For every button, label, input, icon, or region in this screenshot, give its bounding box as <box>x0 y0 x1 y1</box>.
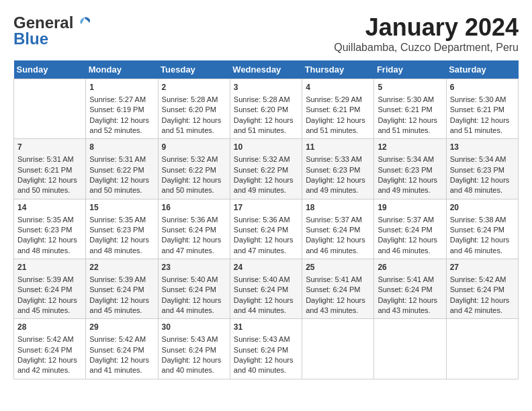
day-info: Sunrise: 5:43 AM <box>234 334 298 345</box>
table-row: 5Sunrise: 5:30 AMSunset: 6:21 PMDaylight… <box>374 79 446 139</box>
day-number: 12 <box>378 142 442 153</box>
day-info: Sunrise: 5:31 AM <box>89 154 154 165</box>
day-info: Daylight: 12 hours <box>17 235 82 245</box>
day-info: Sunrise: 5:37 AM <box>306 215 370 225</box>
day-info: Sunrise: 5:40 AM <box>162 275 226 285</box>
day-info: Sunset: 6:24 PM <box>234 345 298 355</box>
day-info: Daylight: 12 hours <box>450 235 515 245</box>
day-info: Sunset: 6:23 PM <box>17 225 82 235</box>
calendar-body: 1Sunrise: 5:27 AMSunset: 6:19 PMDaylight… <box>14 79 519 379</box>
day-info: Sunset: 6:22 PM <box>89 165 154 175</box>
day-info: Daylight: 12 hours <box>162 295 226 306</box>
day-info: Daylight: 12 hours <box>450 295 515 306</box>
table-row: 20Sunrise: 5:38 AMSunset: 6:24 PMDayligh… <box>446 199 518 259</box>
day-info: Sunrise: 5:42 AM <box>89 334 154 345</box>
day-number: 21 <box>17 262 82 273</box>
header-tuesday: Tuesday <box>158 60 230 79</box>
day-info: Daylight: 12 hours <box>162 235 226 245</box>
table-row: 13Sunrise: 5:34 AMSunset: 6:23 PMDayligh… <box>446 139 518 199</box>
day-info: Daylight: 12 hours <box>234 116 298 126</box>
table-row: 21Sunrise: 5:39 AMSunset: 6:24 PMDayligh… <box>14 259 86 319</box>
day-info: Sunset: 6:24 PM <box>89 285 154 295</box>
day-info: Sunrise: 5:33 AM <box>306 154 370 165</box>
day-info: Sunset: 6:23 PM <box>306 165 370 175</box>
day-info: and 44 minutes. <box>234 306 298 316</box>
header-monday: Monday <box>86 60 158 79</box>
day-info: Sunset: 6:20 PM <box>234 105 298 115</box>
day-info: Sunset: 6:24 PM <box>450 225 515 235</box>
day-number: 22 <box>89 262 154 273</box>
day-number: 7 <box>17 142 82 153</box>
day-info: Sunrise: 5:27 AM <box>89 95 154 105</box>
day-info: Sunset: 6:24 PM <box>234 225 298 235</box>
day-info: Sunrise: 5:35 AM <box>17 215 82 225</box>
day-info: Sunrise: 5:28 AM <box>162 95 226 105</box>
day-info: Sunrise: 5:36 AM <box>234 215 298 225</box>
day-info: Sunset: 6:24 PM <box>306 225 370 235</box>
day-info: Daylight: 12 hours <box>234 355 298 365</box>
table-row: 15Sunrise: 5:35 AMSunset: 6:23 PMDayligh… <box>86 199 158 259</box>
day-info: and 51 minutes. <box>306 126 370 136</box>
header-friday: Friday <box>374 60 446 79</box>
day-info: Sunset: 6:22 PM <box>162 165 226 175</box>
day-info: Daylight: 12 hours <box>162 355 226 365</box>
day-number: 9 <box>162 142 226 153</box>
day-info: and 49 minutes. <box>234 185 298 195</box>
table-row <box>374 319 446 379</box>
day-info: Sunset: 6:23 PM <box>378 165 442 175</box>
day-number: 23 <box>162 262 226 273</box>
day-info: Sunrise: 5:32 AM <box>162 154 226 165</box>
day-number: 17 <box>234 202 298 214</box>
day-number: 30 <box>162 322 226 333</box>
day-info: Sunrise: 5:34 AM <box>450 154 515 165</box>
table-row <box>446 319 518 379</box>
day-info: Sunrise: 5:32 AM <box>234 154 298 165</box>
day-info: Daylight: 12 hours <box>17 295 82 306</box>
day-number: 18 <box>306 202 370 214</box>
day-info: Daylight: 12 hours <box>450 116 515 126</box>
page-header: General Blue January 2024 Quillabamba, C… <box>13 13 519 54</box>
day-info: and 50 minutes. <box>17 185 82 195</box>
day-info: Daylight: 12 hours <box>450 175 515 185</box>
day-number: 5 <box>378 82 442 93</box>
table-row: 17Sunrise: 5:36 AMSunset: 6:24 PMDayligh… <box>230 199 302 259</box>
table-row: 14Sunrise: 5:35 AMSunset: 6:23 PMDayligh… <box>14 199 86 259</box>
day-info: and 50 minutes. <box>162 185 226 195</box>
day-info: and 40 minutes. <box>234 365 298 375</box>
day-info: Sunrise: 5:42 AM <box>17 334 82 345</box>
table-row: 30Sunrise: 5:43 AMSunset: 6:24 PMDayligh… <box>158 319 230 379</box>
day-info: and 48 minutes. <box>450 185 515 195</box>
day-number: 10 <box>234 142 298 153</box>
day-info: and 51 minutes. <box>450 126 515 136</box>
day-info: Sunset: 6:24 PM <box>162 345 226 355</box>
day-info: Sunset: 6:24 PM <box>17 345 82 355</box>
day-number: 19 <box>378 202 442 214</box>
day-info: Sunrise: 5:29 AM <box>306 95 370 105</box>
page-title: January 2024 <box>334 13 519 42</box>
day-number: 16 <box>162 202 226 214</box>
table-row: 18Sunrise: 5:37 AMSunset: 6:24 PMDayligh… <box>302 199 374 259</box>
day-info: Sunrise: 5:43 AM <box>162 334 226 345</box>
day-info: Sunset: 6:24 PM <box>378 285 442 295</box>
calendar-header: Sunday Monday Tuesday Wednesday Thursday… <box>14 60 519 79</box>
day-info: Sunrise: 5:42 AM <box>450 275 515 285</box>
day-info: Daylight: 12 hours <box>17 355 82 365</box>
day-info: and 42 minutes. <box>450 306 515 316</box>
day-number: 4 <box>306 82 370 93</box>
day-info: Daylight: 12 hours <box>234 295 298 306</box>
day-info: Sunset: 6:24 PM <box>162 225 226 235</box>
day-info: Sunrise: 5:34 AM <box>378 154 442 165</box>
table-row: 19Sunrise: 5:37 AMSunset: 6:24 PMDayligh… <box>374 199 446 259</box>
header-sunday: Sunday <box>14 60 86 79</box>
day-info: Daylight: 12 hours <box>89 295 154 306</box>
day-number: 31 <box>234 322 298 333</box>
day-info: Daylight: 12 hours <box>306 295 370 306</box>
table-row: 11Sunrise: 5:33 AMSunset: 6:23 PMDayligh… <box>302 139 374 199</box>
day-info: Sunrise: 5:41 AM <box>306 275 370 285</box>
day-info: Daylight: 12 hours <box>234 175 298 185</box>
day-info: Sunrise: 5:30 AM <box>378 95 442 105</box>
day-info: Sunrise: 5:40 AM <box>234 275 298 285</box>
day-info: and 47 minutes. <box>162 246 226 256</box>
day-number: 8 <box>89 142 154 153</box>
day-info: and 47 minutes. <box>234 246 298 256</box>
